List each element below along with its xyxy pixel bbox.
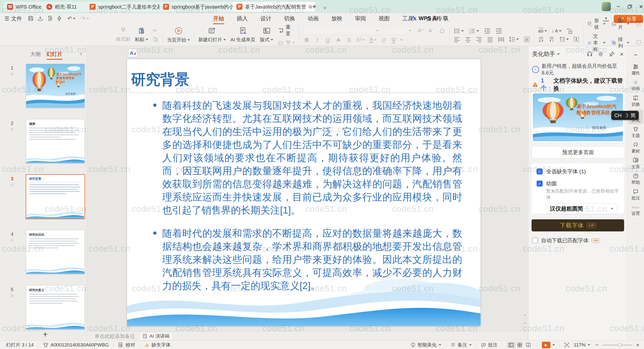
- slide-star-icon[interactable]: ☆: [7, 182, 17, 188]
- new-slide-button[interactable]: 新建幻灯片: [198, 27, 226, 43]
- export-icon[interactable]: [37, 15, 43, 21]
- rail-settings[interactable]: ○○○ 设置: [628, 203, 643, 218]
- bold-button[interactable]: B: [303, 37, 310, 43]
- slide-sorter-view-button[interactable]: [515, 342, 524, 348]
- play-from-current-button[interactable]: 当页开始: [167, 26, 190, 43]
- scroll-down-icon[interactable]: ⌄: [523, 320, 527, 325]
- present-mode-icon[interactable]: ⧉: [309, 4, 312, 10]
- checkbox-unchecked-icon[interactable]: [532, 237, 538, 243]
- slide-star-icon[interactable]: ☆: [7, 127, 17, 132]
- member-promo[interactable]: ! 新用户特惠，超级会员月均价低至8.6元: [532, 63, 624, 76]
- missing-font-status[interactable]: 缺失字体: [144, 342, 171, 348]
- checkbox-checked-icon[interactable]: ✓: [537, 181, 543, 187]
- menu-view[interactable]: 视图: [378, 13, 390, 24]
- layout-button[interactable]: 版式: [260, 27, 273, 43]
- notes-toggle-button[interactable]: 备注: [451, 342, 472, 348]
- row-spacing-button[interactable]: [538, 36, 544, 42]
- slide-thumbnail-4[interactable]: 研究的目的: [26, 230, 85, 274]
- slideshow-play-button[interactable]: ▶: [542, 342, 550, 348]
- download-font-button[interactable]: 下载字体 VIP: [532, 219, 624, 231]
- rail-transition[interactable]: 切换: [628, 94, 643, 109]
- picture-button[interactable]: 图片: [612, 17, 629, 30]
- para-spacing-button[interactable]: [549, 36, 555, 42]
- new-tab-button[interactable]: +: [312, 3, 316, 11]
- fill-color-button[interactable]: [635, 21, 644, 27]
- slide-star-icon[interactable]: ☆: [7, 71, 17, 77]
- clear-format-button[interactable]: [439, 27, 446, 34]
- menu-insert[interactable]: 插入: [236, 13, 248, 24]
- reset-button[interactable]: 重置: [278, 24, 295, 37]
- close-button[interactable]: ×: [636, 2, 644, 12]
- rail-comments[interactable]: 批注: [628, 188, 643, 202]
- file-menu-button[interactable]: ☰ 文件: [5, 15, 22, 23]
- textbox-button[interactable]: A 文本框: [588, 33, 606, 53]
- underline-button[interactable]: U: [325, 37, 331, 43]
- format-painter-button[interactable]: 格式刷: [116, 27, 130, 43]
- slide-star-icon[interactable]: ☆: [7, 293, 17, 298]
- quick-tool-icon[interactable]: [56, 15, 62, 21]
- zoom-out-button[interactable]: −: [595, 341, 599, 348]
- zoom-slider[interactable]: [602, 345, 632, 345]
- collapse-panel-icon[interactable]: ‹: [80, 50, 82, 57]
- cut-button[interactable]: ✂: [153, 27, 159, 34]
- copy-button[interactable]: [153, 37, 159, 43]
- outline-color-button[interactable]: [635, 40, 644, 46]
- tab-docer[interactable]: ❧ 稻壳·双11: [43, 2, 91, 12]
- text-shadow-button[interactable]: S: [346, 37, 352, 43]
- scroll-up-icon[interactable]: ⌃: [523, 314, 527, 319]
- dictation-button[interactable]: ab: [538, 28, 547, 34]
- checkbox-checked-icon[interactable]: ✓: [537, 168, 543, 174]
- italic-button[interactable]: I: [314, 37, 320, 43]
- menu-home[interactable]: 开始: [213, 13, 225, 24]
- highlight-color-button[interactable]: [381, 37, 387, 43]
- superscript-button[interactable]: X²: [356, 37, 365, 43]
- menu-animation[interactable]: 动画: [307, 13, 319, 24]
- play-options-caret[interactable]: [552, 344, 555, 346]
- slide-thumbnail-2[interactable]: 摘要:: [26, 119, 85, 163]
- zoom-level-button[interactable]: 117%: [574, 342, 590, 348]
- slide-preview-card[interactable]: 基于JavaWeb的汽配销售管理系统.ppt 指导老师：: [532, 92, 624, 143]
- font-name-select[interactable]: [303, 27, 381, 35]
- increase-indent-button[interactable]: [496, 28, 502, 34]
- zoom-in-button[interactable]: +: [636, 341, 639, 348]
- restore-button[interactable]: [625, 2, 635, 12]
- preview-more-button[interactable]: 预览更多页面: [532, 146, 625, 158]
- select-all-fonts-row[interactable]: ✓ 全选缺失字体 (1): [537, 168, 619, 175]
- zoom-slider-thumb[interactable]: [618, 343, 621, 347]
- notes-placeholder[interactable]: 单击此处添加备注: [95, 333, 135, 340]
- align-center-button[interactable]: [465, 36, 471, 42]
- font-size-select[interactable]: [385, 27, 414, 35]
- align-objects-button[interactable]: [573, 36, 579, 42]
- auto-download-row[interactable]: 自动下载已匹配字体 VIP: [532, 237, 600, 244]
- pinyin-button[interactable]: wén 文: [391, 37, 396, 43]
- slide-thumbnail-3-selected[interactable]: 研究背景: [26, 174, 85, 219]
- rail-help[interactable]: 帮助: [628, 172, 643, 187]
- paste-button[interactable]: 粘贴: [135, 27, 148, 43]
- tab-wps-home[interactable]: W WPS Office: [4, 2, 48, 12]
- reading-view-button[interactable]: [524, 342, 533, 348]
- bullet-list-button[interactable]: [454, 28, 464, 34]
- shape-button[interactable]: 形状: [588, 17, 606, 30]
- decrease-indent-button[interactable]: [484, 28, 491, 34]
- minimize-button[interactable]: −: [613, 2, 623, 12]
- slide-canvas[interactable]: 研究背景 随着科技的飞速发展与我国对技术人才的重视，我国经济快速地朝着数字化经济…: [127, 59, 480, 326]
- align-left-button[interactable]: [454, 36, 460, 42]
- convert-smartart-button[interactable]: [566, 28, 573, 34]
- tab-doc-active[interactable]: P 基于JavaWeb的汽配销售管 ⧉ ×: [233, 2, 315, 12]
- numbered-list-button[interactable]: 123: [469, 28, 479, 34]
- panel-title-dropdown[interactable]: 美化助手: [532, 50, 560, 58]
- comments-toggle-button[interactable]: 批注: [481, 342, 498, 348]
- doc-code-item[interactable]: A000120140530A60PWBG: [43, 342, 109, 348]
- rail-assets[interactable]: 素材: [628, 141, 643, 155]
- vertical-spacing-button[interactable]: [559, 36, 569, 42]
- menu-review[interactable]: 审阅: [354, 13, 367, 24]
- missing-font-row[interactable]: ✓ 幼圆: [537, 180, 619, 187]
- slide-title[interactable]: 研究背景: [131, 70, 189, 89]
- justify-button[interactable]: [487, 36, 493, 42]
- ai-generate-page-button[interactable]: P AI 生成单页: [230, 27, 255, 43]
- decrease-font-button[interactable]: A⁻: [428, 27, 435, 34]
- section-button[interactable]: 节: [278, 40, 295, 46]
- redo-button[interactable]: ↷: [81, 15, 89, 22]
- vertical-scrollbar[interactable]: ⌃ ⌄: [523, 46, 527, 323]
- ime-indicator[interactable]: CH ☽ 简: [611, 111, 639, 120]
